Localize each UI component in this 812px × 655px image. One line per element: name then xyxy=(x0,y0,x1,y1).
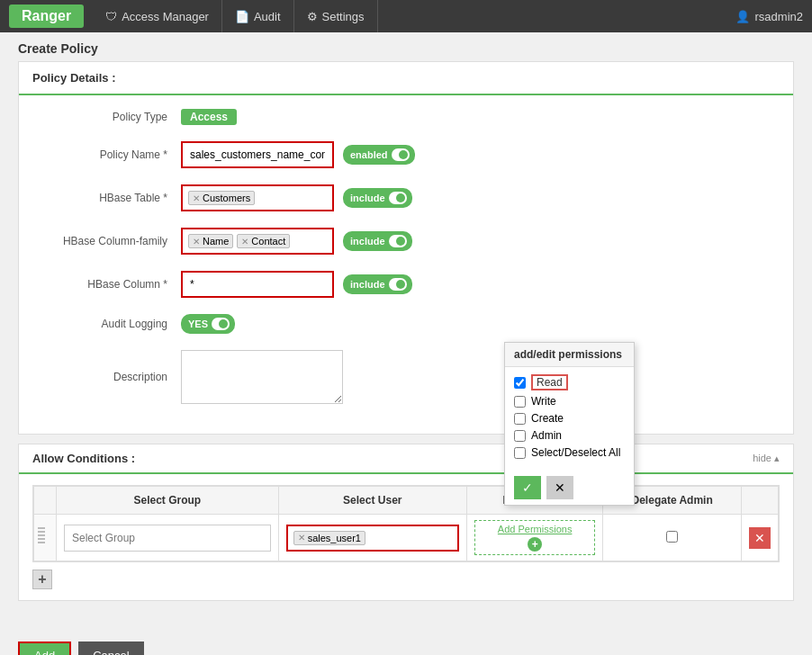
select-group-header: Select Group xyxy=(57,487,279,515)
hbase-column-family-input[interactable]: ✕ Name ✕ Contact xyxy=(181,228,334,255)
top-navigation: Ranger 🛡 Access Manager 📄 Audit ⚙ Settin… xyxy=(0,0,812,32)
delete-row-button[interactable]: ✕ xyxy=(749,527,771,549)
table-row: ✕ sales_user1 Add Permissions + xyxy=(34,515,779,561)
hbase-col-family-name-label: Name xyxy=(203,236,229,247)
hide-link[interactable]: hide ▴ xyxy=(753,453,780,464)
policy-name-input[interactable] xyxy=(181,141,334,168)
nav-access-manager[interactable]: 🛡 Access Manager xyxy=(93,0,222,32)
drag-cell xyxy=(34,515,57,561)
drag-col-header xyxy=(34,487,57,515)
footer-buttons: Add Cancel xyxy=(0,628,812,655)
hbase-table-control: ✕ Customers include xyxy=(181,184,412,211)
page-title: Create Policy xyxy=(0,32,812,61)
include-label-col: include xyxy=(350,279,385,290)
hbase-col-family-tag-contact: ✕ Contact xyxy=(237,234,290,248)
user-cell: ✕ sales_user1 xyxy=(278,515,466,561)
enabled-toggle[interactable]: enabled xyxy=(343,145,415,165)
checkbox-read[interactable] xyxy=(514,377,526,389)
hbase-column-input[interactable] xyxy=(181,271,334,298)
description-row: Description xyxy=(37,350,775,404)
select-user-header: Select User xyxy=(278,487,466,515)
hbase-column-family-control: ✕ Name ✕ Contact include xyxy=(181,228,412,255)
description-control xyxy=(181,350,343,404)
popup-body: Read Write Create Admin Select/Deselect … xyxy=(505,367,634,471)
audit-logging-control: YES xyxy=(181,314,235,334)
nav-audit[interactable]: 📄 Audit xyxy=(222,0,294,32)
policy-name-label: Policy Name * xyxy=(37,148,181,161)
policy-name-row: Policy Name * enabled xyxy=(37,141,775,168)
hbase-table-include-toggle[interactable]: include xyxy=(343,188,412,208)
popup-confirm-button[interactable]: ✓ xyxy=(514,476,541,499)
include-mini-toggle-col-family xyxy=(389,235,407,247)
user-tag-sales-user1-remove[interactable]: ✕ xyxy=(298,533,305,543)
add-row-button[interactable]: + xyxy=(32,570,52,589)
hbase-col-family-tag-name-remove[interactable]: ✕ xyxy=(193,237,200,247)
include-mini-toggle-col xyxy=(389,278,407,291)
hbase-column-row: HBase Column * include xyxy=(37,271,775,298)
add-permissions-button[interactable]: Add Permissions + xyxy=(474,520,595,555)
hbase-table-input[interactable]: ✕ Customers xyxy=(181,184,334,211)
hbase-column-control: include xyxy=(181,271,412,298)
conditions-table: Select Group Select User Permissions Del… xyxy=(33,486,779,561)
audit-logging-toggle[interactable]: YES xyxy=(181,314,235,334)
yes-mini-toggle xyxy=(212,318,230,330)
policy-details-header: Policy Details : xyxy=(19,62,793,95)
checkbox-create[interactable] xyxy=(514,413,526,425)
policy-details-section: Policy Details : Policy Type Access Poli… xyxy=(18,61,794,435)
select-user-input[interactable]: ✕ sales_user1 xyxy=(286,525,459,552)
checkbox-row-admin: Admin xyxy=(514,429,625,442)
delegate-admin-cell xyxy=(603,515,742,561)
checkbox-admin-label: Admin xyxy=(531,429,562,442)
include-mini-toggle-table xyxy=(389,192,407,204)
brand-logo[interactable]: Ranger xyxy=(9,4,84,28)
permissions-popup: add/edit permissions Read Write Create A… xyxy=(504,342,635,506)
drag-handle-icon[interactable] xyxy=(38,527,45,545)
add-button[interactable]: Add xyxy=(18,642,71,655)
allow-conditions-label: Allow Conditions : xyxy=(32,452,135,465)
user-tag-sales-user1: ✕ sales_user1 xyxy=(293,531,365,545)
hbase-column-include-toggle[interactable]: include xyxy=(343,274,412,294)
enabled-mini-toggle xyxy=(392,148,410,161)
hbase-table-label: HBase Table * xyxy=(37,192,181,204)
hbase-col-family-tag-name: ✕ Name xyxy=(188,234,233,248)
user-info: 👤 rsadmin2 xyxy=(735,10,803,23)
hbase-column-label: HBase Column * xyxy=(37,278,181,291)
checkbox-selectall[interactable] xyxy=(514,447,526,459)
checkbox-row-write: Write xyxy=(514,395,625,408)
popup-actions: ✓ ✕ xyxy=(505,471,634,505)
checkbox-read-label: Read xyxy=(531,374,568,390)
main-content: Policy Details : Policy Type Access Poli… xyxy=(0,61,812,628)
hbase-col-family-tag-contact-remove[interactable]: ✕ xyxy=(241,237,248,247)
settings-icon: ⚙ xyxy=(307,10,318,23)
checkbox-row-read: Read xyxy=(514,374,625,390)
hbase-table-tag-customers-remove[interactable]: ✕ xyxy=(193,193,200,203)
checkbox-create-label: Create xyxy=(531,412,564,425)
hbase-column-family-label: HBase Column-family xyxy=(37,235,181,247)
audit-logging-row: Audit Logging YES xyxy=(37,314,775,334)
policy-type-badge: Access xyxy=(181,109,237,125)
nav-audit-label: Audit xyxy=(254,10,281,23)
audit-logging-label: Audit Logging xyxy=(37,318,181,330)
allow-conditions-body: Select Group Select User Permissions Del… xyxy=(19,474,793,600)
access-manager-icon: 🛡 xyxy=(105,10,117,23)
user-avatar-icon: 👤 xyxy=(735,10,750,23)
hbase-column-family-include-toggle[interactable]: include xyxy=(343,231,412,251)
delete-cell: ✕ xyxy=(742,515,779,561)
policy-type-label: Policy Type xyxy=(37,111,181,123)
select-group-input[interactable] xyxy=(64,525,271,552)
allow-conditions-header: Allow Conditions : hide ▴ xyxy=(19,444,793,474)
checkbox-admin[interactable] xyxy=(514,430,526,442)
cancel-button[interactable]: Cancel xyxy=(78,642,143,655)
nav-settings[interactable]: ⚙ Settings xyxy=(294,0,378,32)
conditions-table-wrapper: Select Group Select User Permissions Del… xyxy=(32,485,780,562)
description-textarea[interactable] xyxy=(181,350,343,404)
checkbox-write[interactable] xyxy=(514,396,526,408)
add-permissions-label: Add Permissions xyxy=(498,524,573,534)
username: rsadmin2 xyxy=(755,10,803,23)
popup-header: add/edit permissions xyxy=(505,343,634,367)
checkbox-row-selectall: Select/Deselect All xyxy=(514,446,625,459)
delegate-admin-checkbox[interactable] xyxy=(666,531,678,543)
popup-cancel-button[interactable]: ✕ xyxy=(546,476,573,499)
include-label-col-family: include xyxy=(350,236,385,247)
permissions-cell: Add Permissions + xyxy=(466,515,602,561)
